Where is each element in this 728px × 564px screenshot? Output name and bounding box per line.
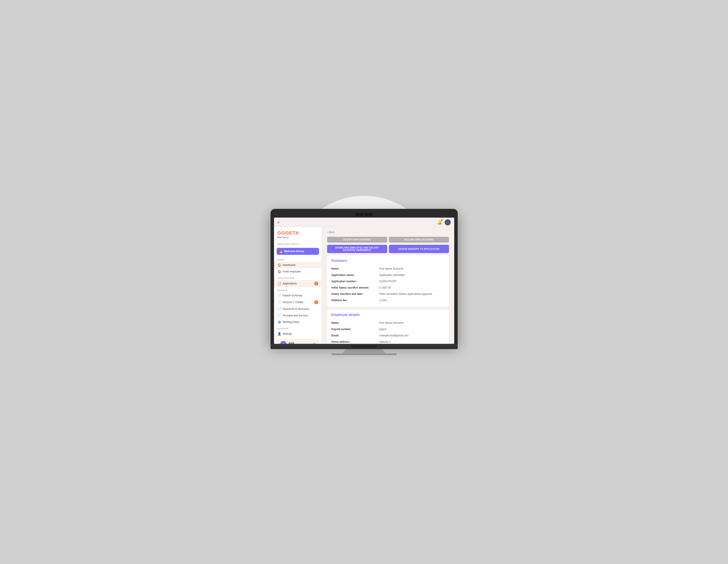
top-bar-right: 🔔 👤 (437, 219, 451, 225)
main-content: ‹ Back ACCEPT APPLICATIONS DECLINE APPLO… (322, 227, 454, 344)
meeting-icon: ⚙️ (277, 320, 281, 324)
action-buttons-row1: ACCEPT APPLICATIONS DECLINE APPLOCATIONS (327, 237, 449, 243)
field-value-status: Application Submitted (379, 274, 405, 277)
top-bar: ≡ 🔔 👤 (274, 218, 454, 227)
bell-badge (441, 219, 443, 221)
download-agreement-button[interactable]: DOWNLOAD EMPLOYEE AND SALARY SACRIFICE A… (327, 245, 387, 253)
home-section-label: HOME (274, 257, 322, 262)
applications-section-label: APPLICATIONS (274, 275, 322, 280)
avatar-icon: 👤 (446, 221, 449, 224)
sidebar-item-invite[interactable]: 🏠 Invite employee (274, 268, 322, 275)
assign-nursery-button[interactable]: ASSIGN NURSERY TO APPLICATION (389, 245, 449, 253)
field-label-name: Name: (331, 267, 379, 270)
field-value-address: address 1 (379, 340, 391, 343)
field-label-emp-name: Name: (331, 321, 379, 324)
summary-fields: Name: First Name Surname Application sta… (331, 266, 445, 303)
payroll-label: Payroll Summary (283, 294, 318, 297)
user-card-avatar: J (280, 341, 287, 344)
employee-card: Employee details Name: First Name Surnam… (327, 309, 449, 344)
receipts-label: Receipts and Surveys (283, 314, 318, 317)
logo-subtitle: Nursery (277, 236, 318, 239)
home-icon: 🏠 (277, 263, 281, 267)
invoices-label: Invoices + Credits (283, 301, 313, 304)
field-row-name: Name: First Name Surname (331, 266, 445, 272)
dashboard-label: Dashboard (283, 264, 318, 267)
summary-title: Summary (331, 259, 445, 263)
field-row-salary-amount: Initial Salary sacrifice amount: £ 1687.… (331, 285, 445, 291)
sidebar-item-invoices[interactable]: 📄 Invoices + Credits 2 (274, 299, 322, 306)
employee-fields: Name: First Name Surname Payroll number:… (331, 320, 445, 344)
settings-label: Settings (283, 332, 318, 335)
user-card-info: Julia Employer (288, 342, 311, 344)
field-row-status: Application status: Application Submitte… (331, 272, 445, 278)
field-label-payroll: Payroll number: (331, 328, 379, 331)
invoices-icon: 📄 (277, 300, 281, 304)
field-label-address: Home address: (331, 340, 379, 343)
applications-label: Applications (283, 282, 313, 285)
field-row-email: Email: example.test@gmail.com (331, 332, 445, 339)
hamburger-icon[interactable]: ≡ (277, 220, 279, 224)
settings-icon: 👤 (277, 332, 281, 336)
field-value-platform-fee: 12.5% (379, 299, 387, 302)
applications-icon: 📋 (277, 282, 281, 285)
sidebar-item-applications[interactable]: 📋 Applications 3 (274, 280, 322, 287)
bell-button[interactable]: 🔔 (437, 220, 442, 225)
invoices-badge: 2 (314, 300, 318, 304)
logo-text: GOGETA (277, 231, 318, 235)
portal-label: EMPLOYER PORTAL (274, 241, 322, 246)
finance-section-label: FINANCE (274, 287, 322, 292)
payments-label: Payments to Nursuries (283, 307, 318, 311)
fire-icon: 🔥 (279, 250, 283, 253)
field-row-emp-name: Name: First Name Surname (331, 320, 445, 326)
accept-applications-button[interactable]: ACCEPT APPLICATIONS (327, 237, 387, 243)
field-value-salary-amount: £ 1687.00 (379, 286, 391, 289)
invite-label: Invite employee (283, 270, 318, 273)
field-label-appnumber: Application number: (331, 280, 379, 283)
sidebar-item-payroll[interactable]: 📄 Payroll Summary (274, 292, 322, 299)
back-label: Back (329, 231, 335, 234)
field-row-salary-end: Salary Sacrifice end date: Field calcula… (331, 291, 445, 297)
back-link[interactable]: ‹ Back (327, 231, 449, 234)
field-label-status: Application status: (331, 274, 379, 277)
user-avatar-button[interactable]: 👤 (445, 219, 451, 225)
sidebar: GOGETA Nursery EMPLOYER PORTAL 🔥 Welcome… (274, 227, 322, 344)
employee-title: Employee details (331, 313, 445, 317)
account-section-label: ACCOUNT (274, 325, 322, 331)
field-value-payroll: payrol (379, 328, 387, 331)
field-value-salary-end: Field calculation follows applications a… (379, 292, 432, 295)
field-label-salary-amount: Initial Salary sacrifice amount: (331, 286, 379, 289)
field-value-appnumber: SUDFH7FGRT (379, 280, 397, 283)
receipts-icon: 📄 (277, 314, 281, 317)
welcome-label: Welcome Emma (284, 250, 304, 253)
top-bar-left: ≡ (277, 220, 279, 224)
logo-area: GOGETA Nursery (274, 227, 322, 241)
field-value-name: First Name Surname (379, 267, 404, 270)
user-card: J Julia Employer ⏻ (277, 339, 319, 344)
field-row-payroll: Payroll number: payrol (331, 326, 445, 332)
sidebar-item-payments[interactable]: 📄 Payments to Nursuries (274, 306, 322, 312)
sidebar-item-settings[interactable]: 👤 Settings (274, 331, 322, 337)
user-card-name: Julia (288, 342, 311, 344)
field-row-platform-fee: Platform fee: 12.5% (331, 297, 445, 303)
field-value-emp-name: First Name Surname (379, 321, 404, 324)
meeting-label: Meeting Notes (283, 321, 318, 324)
sidebar-item-dashboard[interactable]: 🏠 Dashboard (274, 262, 322, 268)
welcome-button[interactable]: 🔥 Welcome Emma (277, 248, 319, 255)
payments-icon: 📄 (277, 307, 281, 311)
field-row-address: Home address: address 1 (331, 339, 445, 344)
decline-applications-button[interactable]: DECLINE APPLOCATIONS (389, 237, 449, 243)
back-chevron: ‹ (327, 231, 328, 234)
action-buttons-row2: DOWNLOAD EMPLOYEE AND SALARY SACRIFICE A… (327, 245, 449, 253)
field-row-appnumber: Application number: SUDFH7FGRT (331, 278, 445, 285)
sidebar-item-meeting[interactable]: ⚙️ Meeting Notes (274, 319, 322, 325)
payroll-icon: 📄 (277, 294, 281, 297)
field-label-email: Email: (331, 334, 379, 337)
summary-card: Summary Name: First Name Surname Applica… (327, 255, 449, 307)
field-label-platform-fee: Platform fee: (331, 299, 379, 302)
applications-badge: 3 (314, 282, 318, 285)
invite-icon: 🏠 (277, 270, 281, 273)
sidebar-item-receipts[interactable]: 📄 Receipts and Surveys (274, 312, 322, 319)
field-value-email: example.test@gmail.com (379, 334, 409, 337)
field-label-salary-end: Salary Sacrifice end date: (331, 292, 379, 295)
